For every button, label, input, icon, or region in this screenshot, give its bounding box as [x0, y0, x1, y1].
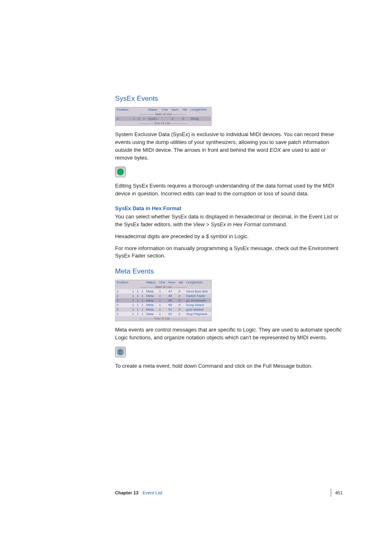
table-start-sep: ------------- Start of List ------------…: [115, 112, 212, 116]
meta-paragraph-2: To create a meta event, hold down Comman…: [115, 362, 343, 370]
hex-paragraph-2: Hexadecimal digits are preceded by a $ s…: [115, 233, 343, 241]
table-row: 2 1 1 1 Meta 1 48 0 Switch Fader: [115, 294, 212, 298]
page-number: 451: [335, 490, 343, 495]
footer-divider: [331, 489, 331, 497]
table-row: 2 1 1 1 Meta 1 51 0 goto Marker: [115, 307, 212, 312]
table-start-sep: ------------- Start of List ------------…: [115, 285, 212, 289]
col-length-info: Length/Info: [185, 280, 211, 285]
col-num: Num: [170, 107, 181, 112]
sysex-icon-glyph: SE: [117, 169, 124, 175]
table-header-row: Position Status Cha Num Val Length/Info: [115, 280, 212, 285]
sysex-paragraph-2: Editing SysEx Events requires a thorough…: [115, 182, 343, 198]
meta-paragraph-1: Meta events are control messages that ar…: [115, 326, 343, 342]
col-num: Num: [167, 280, 178, 285]
table-row: 2 1 1 1 Meta 1 50 0 Song Select: [115, 303, 212, 307]
sysex-paragraph-1: System Exclusive Data (SysEx) is exclusi…: [115, 131, 343, 162]
table-row: 2 1 1 1 Meta 1 47 0 Send Byte $00: [115, 289, 212, 294]
sysex-event-icon: SE: [115, 167, 126, 177]
table-row: 2 1 1 1 Meta 1 49 0 go Screenset: [115, 298, 212, 303]
sysex-event-table: Position Status Cha Num Val Length/Info …: [115, 107, 212, 126]
heading-sysex-events: SysEx Events: [115, 95, 343, 103]
footer-chapter-name: Event List: [143, 490, 162, 495]
col-status: Status: [145, 280, 158, 285]
table-row: 2 1 1 1 Meta 1 52 0 Stop Playback: [115, 312, 212, 316]
col-cha: Cha: [160, 107, 170, 112]
table-end-sep: ------------- End of List --------------…: [115, 121, 212, 126]
col-val: Val: [181, 107, 189, 112]
heading-meta-events: Meta Events: [115, 267, 343, 276]
meta-icon-glyph: 001 011: [117, 349, 124, 355]
heading-sysex-hex: SysEx Data in Hex Format: [115, 205, 343, 211]
meta-event-table: Position Status Cha Num Val Length/Info …: [115, 280, 212, 321]
table-end-sep: ------------- End of List --------------…: [115, 316, 212, 321]
col-position: Position: [115, 107, 132, 112]
meta-event-icon: 001 011: [115, 347, 126, 357]
table-row: 2 1 1 1 SysEx 4 0 Moog: [115, 116, 212, 121]
col-length-info: Length/Info: [189, 107, 212, 112]
col-position: Position: [115, 280, 131, 285]
col-status: Status: [147, 107, 160, 112]
col-cha: Cha: [158, 280, 167, 285]
page-footer: Chapter 13 Event List 451: [115, 489, 343, 497]
footer-chapter: Chapter 13: [115, 490, 138, 495]
hex-paragraph-3: For more information on manually program…: [115, 245, 343, 260]
table-header-row: Position Status Cha Num Val Length/Info: [115, 107, 212, 112]
hex-paragraph-1: You can select whether SysEx data is dis…: [115, 213, 343, 229]
col-val: Val: [178, 280, 185, 285]
